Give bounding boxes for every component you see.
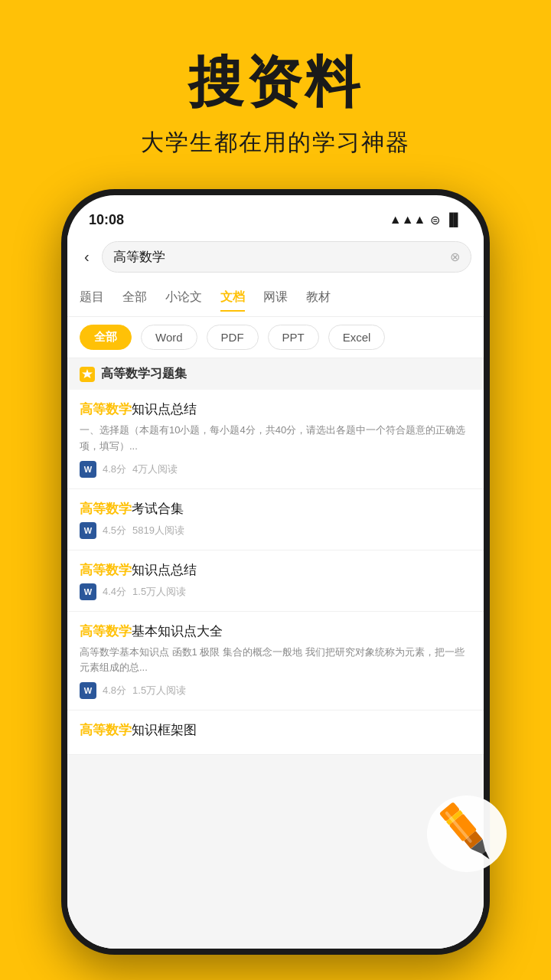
result-list: 高等数学知识点总结 一、选择题（本题有10小题，每小题4分，共40分，请选出各题… — [67, 390, 484, 755]
result-readers-2: 5819人阅读 — [132, 524, 184, 537]
page-sub-title: 大学生都在用的学习神器 — [141, 127, 410, 158]
status-icons: ▲▲▲ ⊜ ▐▌ — [390, 213, 462, 227]
tab-小论文[interactable]: 小论文 — [165, 285, 202, 312]
search-box[interactable]: 高等数学 ⊗ — [102, 241, 471, 273]
filter-ppt[interactable]: PPT — [268, 325, 319, 350]
search-area: ‹ 高等数学 ⊗ — [67, 234, 484, 280]
filter-all[interactable]: 全部 — [80, 325, 132, 350]
result-desc-4: 高等数学基本知识点 函数1 极限 集合的概念一般地 我们把研究对象统称为元素，把… — [80, 645, 471, 677]
result-highlight-3: 高等数学 — [80, 563, 132, 577]
result-rating-3: 4.4分 — [103, 585, 126, 599]
result-rating-2: 4.5分 — [103, 524, 126, 537]
result-meta-1: W 4.8分 4万人阅读 — [80, 461, 471, 478]
filter-bar: 全部 Word PDF PPT Excel — [67, 317, 484, 358]
result-item-3[interactable]: 高等数学知识点总结 W 4.4分 1.5万人阅读 — [67, 550, 484, 612]
result-highlight-1: 高等数学 — [80, 402, 132, 416]
section-icon — [80, 367, 95, 382]
phone-mockup: 10:08 ▲▲▲ ⊜ ▐▌ ‹ 高等数学 ⊗ — [61, 189, 490, 955]
filter-word[interactable]: Word — [141, 325, 197, 350]
result-title-3: 高等数学知识点总结 — [80, 561, 471, 579]
result-readers-3: 1.5万人阅读 — [132, 585, 186, 599]
result-rating-1: 4.8分 — [103, 462, 126, 476]
battery-icon: ▐▌ — [445, 213, 462, 227]
result-rating-4: 4.8分 — [103, 684, 126, 697]
tab-文档[interactable]: 文档 — [220, 285, 245, 312]
wifi-icon: ⊜ — [430, 213, 440, 227]
section-header: 高等数学习题集 — [67, 358, 484, 390]
status-time: 10:08 — [89, 212, 124, 228]
result-title-2: 高等数学考试合集 — [80, 500, 471, 518]
result-item-2[interactable]: 高等数学考试合集 W 4.5分 5819人阅读 — [67, 489, 484, 550]
signal-icon: ▲▲▲ — [390, 213, 426, 227]
filter-pdf[interactable]: PDF — [207, 325, 259, 350]
word-icon-2: W — [80, 522, 96, 539]
result-item-5[interactable]: 高等数学知识框架图 — [67, 710, 484, 755]
result-meta-4: W 4.8分 1.5万人阅读 — [80, 682, 471, 699]
result-highlight-2: 高等数学 — [80, 501, 132, 516]
result-readers-1: 4万人阅读 — [132, 462, 178, 476]
tab-题目[interactable]: 题目 — [80, 285, 104, 312]
search-input[interactable]: 高等数学 — [113, 248, 450, 266]
status-bar: 10:08 ▲▲▲ ⊜ ▐▌ — [67, 195, 484, 234]
result-title-4: 高等数学基本知识点大全 — [80, 622, 471, 640]
word-icon-1: W — [80, 461, 96, 478]
result-title-5: 高等数学知识框架图 — [80, 721, 471, 739]
page-main-title: 搜资料 — [188, 46, 363, 119]
result-desc-1: 一、选择题（本题有10小题，每小题4分，共40分，请选出各题中一个符合题意的正确… — [80, 423, 471, 455]
header-section: 搜资料 大学生都在用的学习神器 — [141, 0, 410, 181]
result-readers-4: 1.5万人阅读 — [132, 684, 186, 697]
back-button[interactable]: ‹ — [80, 245, 94, 269]
word-icon-3: W — [80, 583, 96, 600]
result-title-1: 高等数学知识点总结 — [80, 400, 471, 418]
result-meta-2: W 4.5分 5819人阅读 — [80, 522, 471, 539]
tab-网课[interactable]: 网课 — [263, 285, 288, 312]
result-item-1[interactable]: 高等数学知识点总结 一、选择题（本题有10小题，每小题4分，共40分，请选出各题… — [67, 390, 484, 489]
filter-excel[interactable]: Excel — [328, 325, 386, 350]
word-icon-4: W — [80, 682, 96, 699]
tab-全部[interactable]: 全部 — [122, 285, 147, 312]
tab-navigation: 题目 全部 小论文 文档 网课 教材 — [67, 280, 484, 317]
section-title: 高等数学习题集 — [101, 366, 187, 382]
result-item-4[interactable]: 高等数学基本知识点大全 高等数学基本知识点 函数1 极限 集合的概念一般地 我们… — [67, 612, 484, 711]
result-highlight-4: 高等数学 — [80, 624, 132, 639]
tab-教材[interactable]: 教材 — [306, 285, 331, 312]
result-highlight-5: 高等数学 — [80, 723, 132, 737]
pen-sticker — [421, 786, 513, 878]
search-clear-icon[interactable]: ⊗ — [450, 250, 460, 264]
result-meta-3: W 4.4分 1.5万人阅读 — [80, 583, 471, 600]
